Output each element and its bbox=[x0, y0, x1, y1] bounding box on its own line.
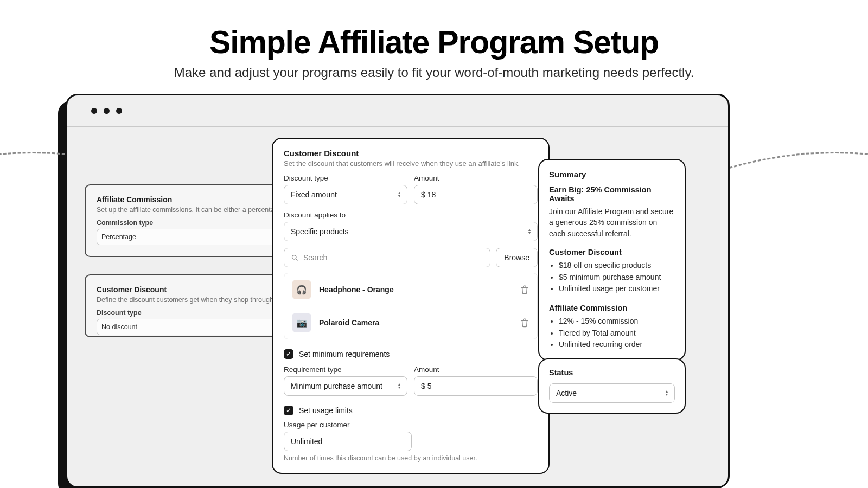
currency-prefix: $ bbox=[421, 382, 425, 390]
discount-applies-value: Specific products bbox=[291, 227, 349, 236]
min-requirements-checkbox[interactable]: ✓ bbox=[284, 349, 293, 359]
chevron-updown-icon: ▴▾ bbox=[666, 390, 668, 396]
usage-per-customer-label: Usage per customer bbox=[284, 421, 538, 429]
requirement-type-value: Minimum purchase amount bbox=[291, 382, 382, 390]
summary-commission-list: 12% - 15% commission Tiered by Total amo… bbox=[559, 316, 675, 351]
summary-bullet: Unlimited usage per customer bbox=[559, 283, 675, 295]
product-search-input[interactable]: Search bbox=[284, 248, 490, 267]
status-select[interactable]: Active ▴▾ bbox=[549, 383, 675, 403]
requirement-amount-label: Amount bbox=[414, 365, 538, 374]
product-row: 📷 Polaroid Camera bbox=[284, 306, 537, 339]
selected-products-list: 🎧 Headphone - Orange 📷 Polaroid Camera bbox=[284, 273, 538, 339]
search-placeholder: Search bbox=[303, 253, 327, 262]
summary-bullet: Tiered by Total amount bbox=[559, 328, 675, 339]
summary-blurb: Join our Affiliate Program and secure a … bbox=[549, 206, 675, 239]
currency-prefix: $ bbox=[421, 190, 425, 199]
discount-applies-label: Discount applies to bbox=[284, 211, 538, 219]
traffic-light-minimize-icon bbox=[104, 108, 110, 114]
status-title: Status bbox=[549, 368, 675, 377]
discount-amount-input[interactable]: $ 18 bbox=[414, 185, 538, 204]
product-name: Headphone - Orange bbox=[319, 285, 512, 294]
chevron-updown-icon: ▴▾ bbox=[398, 191, 400, 198]
summary-commission-title: Affiliate Commission bbox=[549, 304, 675, 312]
card-title: Customer Discount bbox=[284, 149, 538, 158]
summary-headline: Earn Big: 25% Commission Awaits bbox=[549, 185, 675, 203]
usage-hint: Number of times this discount can be use… bbox=[284, 454, 538, 462]
summary-discount-list: $18 off on specific products $5 minimum … bbox=[559, 260, 675, 295]
summary-bullet: $18 off on specific products bbox=[559, 260, 675, 272]
summary-bullet: 12% - 15% commission bbox=[559, 316, 675, 328]
summary-bullet: Unlimited recurring order bbox=[559, 339, 675, 351]
discount-applies-select[interactable]: Specific products ▴▾ bbox=[284, 222, 538, 241]
window-titlebar bbox=[67, 95, 728, 127]
traffic-light-zoom-icon bbox=[116, 108, 122, 114]
customer-discount-editor-card: Customer Discount Set the discount that … bbox=[272, 138, 550, 474]
usage-per-customer-value: Unlimited bbox=[291, 437, 322, 446]
requirement-type-label: Requirement type bbox=[284, 365, 407, 374]
discount-amount-value: 18 bbox=[427, 190, 436, 199]
status-card: Status Active ▴▾ bbox=[538, 358, 686, 414]
product-thumb-icon: 📷 bbox=[292, 313, 311, 332]
svg-point-0 bbox=[292, 255, 297, 259]
svg-line-1 bbox=[296, 259, 297, 260]
product-thumb-icon: 🎧 bbox=[292, 280, 311, 299]
card-subtitle: Set the discount that customers will rec… bbox=[284, 159, 538, 168]
trash-icon[interactable] bbox=[520, 285, 529, 294]
chevron-updown-icon: ▴▾ bbox=[398, 383, 400, 389]
usage-limits-label: Set usage limits bbox=[299, 406, 353, 415]
search-icon bbox=[291, 254, 299, 262]
usage-limits-checkbox[interactable]: ✓ bbox=[284, 406, 293, 415]
browse-label: Browse bbox=[504, 253, 529, 262]
discount-type-value: Fixed amount bbox=[291, 190, 337, 199]
discount-type-label: Discount type bbox=[284, 174, 407, 182]
summary-bullet: $5 minimum purchase amount bbox=[559, 272, 675, 284]
product-row: 🎧 Headphone - Orange bbox=[284, 273, 537, 306]
commission-type-value: Percentage bbox=[101, 233, 136, 241]
summary-discount-title: Customer Discount bbox=[549, 248, 675, 256]
summary-card: Summary Earn Big: 25% Commission Awaits … bbox=[538, 159, 686, 361]
discount-amount-label: Amount bbox=[414, 174, 538, 182]
min-requirements-label: Set minimum requirements bbox=[299, 350, 390, 358]
browse-button[interactable]: Browse bbox=[496, 248, 538, 267]
summary-title: Summary bbox=[549, 170, 675, 179]
status-value: Active bbox=[556, 389, 577, 397]
product-name: Polaroid Camera bbox=[319, 318, 512, 327]
page-title: Simple Affiliate Program Setup bbox=[0, 24, 868, 61]
usage-per-customer-input[interactable]: Unlimited bbox=[284, 432, 412, 451]
requirement-amount-input[interactable]: $ 5 bbox=[414, 376, 538, 396]
requirement-type-select[interactable]: Minimum purchase amount ▴▾ bbox=[284, 376, 407, 396]
page-subtitle: Make and adjust your programs easily to … bbox=[0, 65, 868, 80]
trash-icon[interactable] bbox=[520, 318, 529, 328]
traffic-light-close-icon bbox=[91, 108, 97, 114]
requirement-amount-value: 5 bbox=[427, 382, 432, 390]
discount-type-select[interactable]: Fixed amount ▴▾ bbox=[284, 185, 407, 204]
chevron-updown-icon: ▴▾ bbox=[528, 228, 531, 235]
discount-type-value: No discount bbox=[101, 323, 137, 331]
